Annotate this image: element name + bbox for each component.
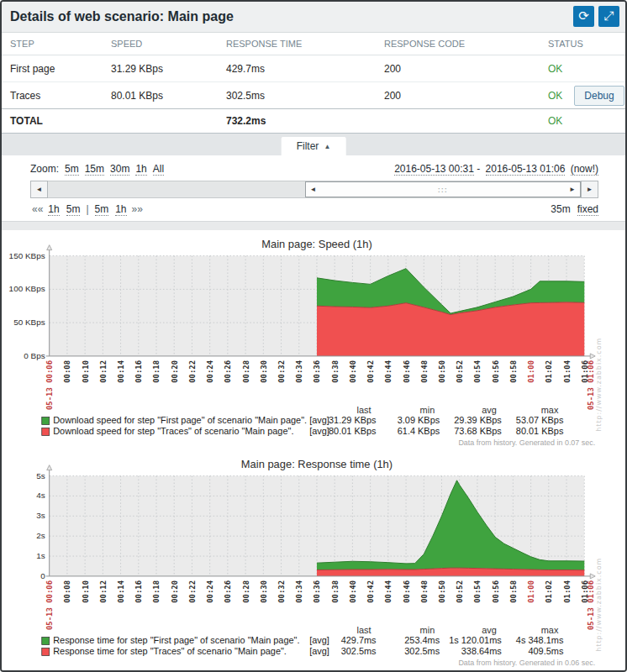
svg-text:53.07 KBps: 53.07 KBps xyxy=(516,415,564,425)
zoom-link-30m[interactable]: 30m xyxy=(110,163,129,176)
svg-text:00:16: 00:16 xyxy=(134,360,143,383)
nav-fwd-1h[interactable]: 1h xyxy=(115,203,126,216)
col-status: STATUS xyxy=(540,39,625,49)
svg-text:00:42: 00:42 xyxy=(366,360,375,383)
charts-section: Main page: Speed (1h)150 KBps100 KBps50 … xyxy=(2,230,625,672)
svg-text:3s: 3s xyxy=(36,511,45,520)
svg-text:429.7ms: 429.7ms xyxy=(341,635,377,645)
svg-text:01:00: 01:00 xyxy=(527,360,535,383)
scrollbar-handle[interactable]: ◄ ::: ► xyxy=(305,181,581,197)
chart-footer: Data from history. Generated in 0.06 sec… xyxy=(458,659,595,667)
zoom-link-15m[interactable]: 15m xyxy=(85,163,104,176)
svg-text:00:38: 00:38 xyxy=(331,360,340,383)
nav-back-1h[interactable]: 1h xyxy=(48,203,59,216)
fullscreen-button[interactable]: ⤢ xyxy=(598,6,619,27)
step-response-code: 200 xyxy=(376,63,540,75)
x-axis-labels: 05-13 00:0600:0800:1000:1200:1400:1600:1… xyxy=(45,360,595,410)
svg-text:01:04: 01:04 xyxy=(563,580,572,603)
svg-text:01:00: 01:00 xyxy=(527,580,535,603)
nav-back-5m[interactable]: 5m xyxy=(66,203,81,216)
svg-text:00:34: 00:34 xyxy=(295,580,303,603)
collapse-caret-icon: ▲ xyxy=(324,143,330,150)
svg-text:61.4 KBps: 61.4 KBps xyxy=(398,426,440,436)
svg-text:00:14: 00:14 xyxy=(117,360,125,383)
svg-text:05-13 00:06: 05-13 00:06 xyxy=(45,360,54,410)
legend-swatch xyxy=(42,417,50,425)
legend-swatch xyxy=(42,428,50,435)
page-header: Details of web scenario: Main page ⟳ ⤢ xyxy=(2,2,625,33)
scrollbar-track[interactable]: ◄ ::: ► xyxy=(48,181,581,198)
scrollbar-grip-icon: ::: xyxy=(438,186,448,194)
scroll-left-button[interactable]: ◄ xyxy=(30,181,48,198)
web-scenario-details-page: Details of web scenario: Main page ⟳ ⤢ S… xyxy=(0,0,627,672)
speed-chart[interactable]: Main page: Speed (1h)150 KBps100 KBps50 … xyxy=(2,234,625,454)
svg-text:1s 120.01ms: 1s 120.01ms xyxy=(449,635,502,645)
svg-text:409.5ms: 409.5ms xyxy=(528,646,563,656)
total-label: TOTAL xyxy=(2,115,103,127)
y-axis-arrow-icon xyxy=(47,245,52,250)
y-axis-labels: 5s4s3s2s1s0 xyxy=(36,471,45,580)
svg-text:00:20: 00:20 xyxy=(171,580,179,603)
svg-text:00:14: 00:14 xyxy=(117,580,125,603)
chart-legend: lastminavgmaxDownload speed for step "Fi… xyxy=(42,405,564,437)
step-response-code: 200 xyxy=(376,90,540,102)
fixed-link[interactable]: fixed xyxy=(577,203,598,216)
svg-text:00:12: 00:12 xyxy=(99,580,108,603)
svg-text:00:56: 00:56 xyxy=(492,360,500,383)
svg-text:3.09 KBps: 3.09 KBps xyxy=(398,415,440,425)
col-response-time: RESPONSE TIME xyxy=(218,39,376,49)
svg-text:2s: 2s xyxy=(36,531,45,540)
svg-text:00:30: 00:30 xyxy=(260,360,268,383)
zoom-link-1h[interactable]: 1h xyxy=(135,163,146,176)
svg-text:31.29 KBps: 31.29 KBps xyxy=(329,415,377,425)
time-from-link[interactable]: 2016-05-13 00:31 xyxy=(394,163,474,176)
filter-tab[interactable]: Filter▲ xyxy=(282,137,346,155)
step-speed: 31.29 KBps xyxy=(103,63,218,75)
legend-swatch xyxy=(42,648,50,655)
right-arrow-icon: ► xyxy=(587,186,593,193)
svg-text:00:44: 00:44 xyxy=(384,360,393,383)
nav-fwd-5m[interactable]: 5m xyxy=(95,203,109,216)
svg-text:338.64ms: 338.64ms xyxy=(461,646,503,656)
svg-text:min: min xyxy=(420,625,435,635)
zoom-link-all[interactable]: All xyxy=(153,163,164,176)
watermark: http://www.zabbix.com xyxy=(595,338,603,432)
refresh-button[interactable]: ⟳ xyxy=(573,6,594,27)
svg-text:253.4ms: 253.4ms xyxy=(404,635,440,645)
svg-text:00:58: 00:58 xyxy=(509,360,518,383)
svg-text:00:46: 00:46 xyxy=(403,360,411,383)
svg-text:50 KBps: 50 KBps xyxy=(13,318,45,327)
svg-text:00:30: 00:30 xyxy=(260,580,268,603)
debug-button[interactable]: Debug xyxy=(574,86,624,106)
response-time-chart[interactable]: Main page: Response time (1h)5s4s3s2s1s0… xyxy=(2,454,625,672)
svg-text:00:42: 00:42 xyxy=(366,580,375,603)
scroll-right-button[interactable]: ► xyxy=(581,181,598,198)
section-gap xyxy=(2,222,625,230)
svg-text:05-13 01:06: 05-13 01:06 xyxy=(587,360,595,410)
fullscreen-icon: ⤢ xyxy=(603,8,614,24)
filter-tab-label: Filter xyxy=(297,140,319,152)
time-to-link[interactable]: 2016-05-13 01:06 xyxy=(486,163,566,176)
table-row: First page 31.29 KBps 429.7ms 200 OK xyxy=(2,55,625,82)
svg-text:avg: avg xyxy=(482,405,497,415)
rewind-icon[interactable]: «« xyxy=(32,203,43,215)
left-arrow-icon: ◄ xyxy=(36,186,43,193)
svg-text:00:22: 00:22 xyxy=(188,360,197,383)
table-row: Traces 80.01 KBps 302.5ms 200 OK Debug xyxy=(2,82,625,109)
nav-divider: | xyxy=(86,203,88,215)
time-range: 2016-05-13 00:31 - 2016-05-13 01:06 (now… xyxy=(392,163,598,175)
zoom-link-5m[interactable]: 5m xyxy=(65,163,79,176)
svg-text:80.01 KBps: 80.01 KBps xyxy=(516,426,564,436)
status-badge: OK xyxy=(548,90,562,102)
svg-text:[avg]: [avg] xyxy=(309,426,329,436)
svg-text:00:58: 00:58 xyxy=(509,580,518,603)
now-link[interactable]: (now!) xyxy=(571,163,598,176)
forward-icon[interactable]: »» xyxy=(132,203,143,215)
svg-text:00:52: 00:52 xyxy=(456,360,464,383)
legend-label: Response time for step "Traces" of scena… xyxy=(53,646,287,656)
svg-text:00:44: 00:44 xyxy=(384,580,393,603)
svg-text:00:26: 00:26 xyxy=(224,360,232,383)
svg-text:last: last xyxy=(357,405,371,415)
handle-right-arrow-icon: ► xyxy=(569,186,576,193)
svg-text:05-13 00:06: 05-13 00:06 xyxy=(45,580,54,630)
